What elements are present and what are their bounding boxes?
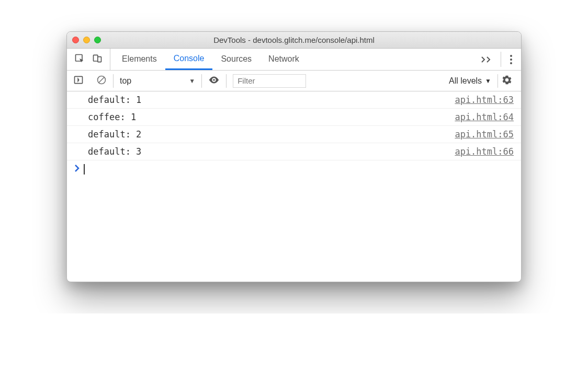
console-prompt[interactable] <box>67 160 521 178</box>
zoom-icon[interactable] <box>94 37 101 43</box>
clear-console-icon[interactable] <box>96 75 107 87</box>
svg-point-3 <box>510 55 512 57</box>
log-message: default: 1 <box>88 95 141 105</box>
log-message: coffee: 1 <box>88 112 136 122</box>
devtools-window: DevTools - devtools.glitch.me/console/ap… <box>66 31 522 282</box>
svg-point-9 <box>213 79 215 81</box>
log-source-link[interactable]: api.html:63 <box>455 95 514 105</box>
minimize-icon[interactable] <box>83 37 90 43</box>
tab-console[interactable]: Console <box>165 49 213 70</box>
log-line: default: 2 api.html:65 <box>67 126 521 143</box>
log-source-link[interactable]: api.html:64 <box>455 112 514 122</box>
device-toggle-icon[interactable] <box>92 53 103 66</box>
svg-point-4 <box>510 59 512 61</box>
svg-rect-2 <box>98 56 101 62</box>
log-source-link[interactable]: api.html:65 <box>455 129 514 140</box>
chevron-right-icon <box>74 164 80 174</box>
log-message: default: 2 <box>88 129 141 140</box>
log-message: default: 3 <box>88 146 141 157</box>
context-label: top <box>120 76 131 86</box>
console-toolbar: top ▼ All levels ▼ <box>67 71 521 91</box>
filter-input[interactable] <box>233 74 306 88</box>
svg-point-5 <box>510 62 512 64</box>
chevron-down-icon: ▼ <box>189 77 195 85</box>
console-settings-icon[interactable] <box>498 74 516 88</box>
traffic-lights <box>72 37 101 43</box>
svg-rect-1 <box>94 55 98 61</box>
log-line: coffee: 1 api.html:64 <box>67 109 521 126</box>
tabbar-left-icons <box>67 49 110 70</box>
levels-label: All levels <box>449 76 482 86</box>
tab-network[interactable]: Network <box>260 49 308 70</box>
window-title: DevTools - devtools.glitch.me/console/ap… <box>67 36 521 44</box>
console-log-list: default: 1 api.html:63 coffee: 1 api.htm… <box>67 91 521 178</box>
context-selector[interactable]: top ▼ <box>114 71 201 91</box>
log-line: default: 3 api.html:66 <box>67 143 521 160</box>
sidebar-toggle-icon[interactable] <box>73 75 84 87</box>
text-cursor <box>84 164 85 175</box>
more-tabs-icon[interactable] <box>472 49 501 70</box>
panel-tabbar: Elements Console Sources Network <box>67 49 521 71</box>
window-titlebar: DevTools - devtools.glitch.me/console/ap… <box>67 32 521 49</box>
log-line: default: 1 api.html:63 <box>67 91 521 109</box>
panel-tabs: Elements Console Sources Network <box>110 49 472 70</box>
svg-line-8 <box>99 77 104 83</box>
log-level-selector[interactable]: All levels ▼ <box>443 76 497 86</box>
close-icon[interactable] <box>72 37 79 43</box>
live-expression-icon[interactable] <box>208 74 220 88</box>
log-source-link[interactable]: api.html:66 <box>455 146 514 157</box>
tab-elements[interactable]: Elements <box>114 49 165 70</box>
chevron-down-icon: ▼ <box>485 77 491 85</box>
inspect-icon[interactable] <box>74 53 85 66</box>
settings-menu-icon[interactable] <box>501 49 521 70</box>
tab-sources[interactable]: Sources <box>212 49 260 70</box>
